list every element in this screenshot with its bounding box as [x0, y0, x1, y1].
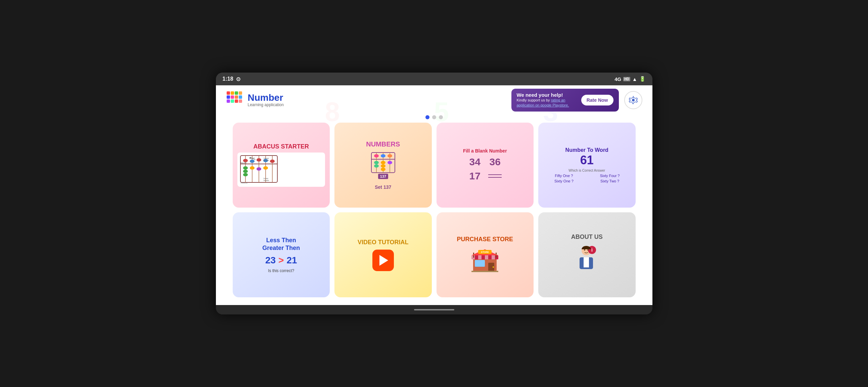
card-number-to-word[interactable]: Number To Word 61 Which is Correct Answe…	[538, 123, 636, 208]
svg-rect-6	[239, 95, 242, 99]
svg-point-49	[374, 161, 379, 164]
svg-point-79	[587, 249, 589, 250]
dot-3[interactable]	[439, 115, 443, 119]
play-button[interactable]	[372, 249, 394, 271]
svg-rect-0	[227, 91, 230, 95]
svg-rect-75	[584, 257, 589, 267]
header: Number Learning application We need your…	[216, 85, 652, 113]
card-abacus-starter[interactable]: ABACUS STARTER	[233, 123, 330, 208]
card-about-us[interactable]: ABOUT US i	[538, 212, 636, 297]
svg-text:Frame: Frame	[241, 184, 247, 184]
home-indicator[interactable]	[414, 309, 454, 310]
status-left: 1:18 ⊙	[223, 76, 241, 82]
svg-rect-62	[492, 255, 495, 259]
play-triangle-icon	[379, 255, 388, 266]
svg-rect-10	[239, 91, 242, 95]
svg-point-22	[256, 158, 261, 161]
card-fill-blank[interactable]: Fill a Blank Number 34 36 17	[436, 123, 534, 208]
svg-point-24	[270, 159, 275, 163]
svg-rect-5	[235, 95, 238, 99]
n2w-question: Which is Correct Answer	[568, 169, 605, 172]
carousel-dots	[216, 115, 652, 119]
svg-text:ROD: ROD	[250, 157, 255, 159]
rate-now-button[interactable]: Rate Now	[581, 95, 614, 106]
less-title: Less ThenGreater Then	[262, 237, 300, 252]
fill-num-1: 34	[468, 156, 482, 168]
video-title: VIDEO TUTORIAL	[358, 239, 409, 246]
card-video-tutorial[interactable]: VIDEO TUTORIAL	[335, 212, 432, 297]
svg-rect-8	[231, 99, 234, 103]
svg-point-65	[493, 266, 494, 268]
dot-2[interactable]	[432, 115, 436, 119]
svg-rect-2	[235, 91, 238, 95]
app-title: Number	[248, 93, 284, 102]
abacus-svg: BEAM Upper beads lower beads Abacus Fram…	[239, 154, 279, 184]
abacus-diagram: BEAM Upper beads lower beads Abacus Fram…	[238, 152, 326, 187]
numbers-subtitle: Set 137	[375, 184, 391, 190]
promo-text: We need your help! Kindly support us by …	[517, 92, 577, 108]
person-svg: i	[574, 243, 600, 272]
svg-point-53	[381, 168, 385, 171]
svg-point-12	[632, 99, 634, 101]
svg-rect-9	[235, 99, 238, 103]
svg-point-25	[243, 166, 248, 170]
cards-grid: ABACUS STARTER	[216, 123, 652, 302]
card-numbers[interactable]: NUMBERS	[335, 123, 432, 208]
gear-icon	[628, 95, 638, 105]
logo-area: Number Learning application	[226, 91, 284, 109]
svg-rect-66	[471, 271, 498, 272]
header-right: We need your help! Kindly support us by …	[512, 89, 642, 112]
svg-point-50	[374, 164, 379, 168]
store-title: PURCHASE STORE	[457, 236, 513, 243]
svg-point-54	[388, 161, 392, 164]
n2w-number: 61	[580, 153, 594, 167]
sync-icon: ⊙	[236, 76, 241, 82]
svg-text:i: i	[591, 247, 593, 252]
svg-point-47	[381, 154, 385, 157]
fill-blank-1: 17	[468, 170, 482, 182]
abacus-title: ABACUS STARTER	[253, 143, 309, 150]
svg-rect-3	[227, 95, 230, 99]
n2w-opt-3: Sixty One ?	[543, 179, 585, 183]
svg-point-28	[250, 166, 254, 170]
svg-point-29	[256, 167, 261, 171]
dot-1[interactable]	[426, 115, 430, 119]
about-title: ABOUT US	[571, 234, 603, 241]
promo-link[interactable]: rating an application on google Playstor…	[517, 98, 569, 107]
promo-subtitle: Kindly support us by rating an applicati…	[517, 98, 577, 108]
status-right: 4G HD ▲ 🔋	[615, 76, 645, 82]
svg-point-27	[243, 173, 248, 176]
logo-icon	[226, 91, 244, 109]
logo-text: Number Learning application	[248, 93, 284, 107]
card-purchase-store[interactable]: PURCHASE STORE	[436, 212, 534, 297]
about-person-icon: i	[574, 243, 600, 276]
svg-point-30	[263, 166, 268, 170]
card-less-greater[interactable]: Less ThenGreater Then 23 > 21 Is this co…	[233, 212, 330, 297]
battery-icon: 🔋	[639, 76, 646, 82]
svg-rect-61	[485, 255, 488, 259]
fill-numbers-grid: 34 36 17	[468, 156, 502, 182]
screen: 8 5 3 7 6 9 4 2 1	[216, 85, 652, 305]
svg-point-48	[388, 154, 392, 157]
time-display: 1:18	[223, 76, 234, 82]
fill-num-3: 17	[469, 170, 480, 182]
status-bar: 1:18 ⊙ 4G HD ▲ 🔋	[216, 72, 652, 85]
settings-button[interactable]	[624, 91, 642, 109]
numbers-abacus: 137	[370, 151, 397, 182]
less-sign: >	[278, 255, 284, 266]
less-num-1: 23	[265, 255, 276, 266]
numbers-title: NUMBERS	[366, 141, 400, 148]
promo-banner: We need your help! Kindly support us by …	[512, 89, 619, 112]
less-question: Is this correct?	[268, 268, 294, 273]
svg-text:STORE: STORE	[481, 251, 489, 253]
svg-text:beads: beads	[264, 159, 269, 161]
signal-icon: ▲	[632, 76, 637, 82]
fill-num-2: 36	[488, 156, 502, 168]
n2w-opt-1: Fifty One ?	[543, 174, 585, 178]
network-label: 4G	[615, 76, 621, 82]
fill-title: Fill a Blank Number	[463, 148, 507, 153]
svg-point-52	[381, 164, 385, 168]
svg-text:BEAM: BEAM	[241, 162, 246, 164]
hd-badge: HD	[623, 77, 630, 81]
svg-rect-4	[231, 95, 234, 99]
